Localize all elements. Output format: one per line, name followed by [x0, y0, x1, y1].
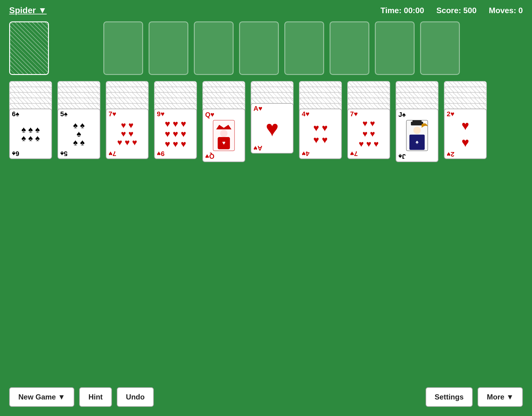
foundation-8[interactable]: [420, 21, 460, 75]
stats-area: Time: 00:00 Score: 500 Moves: 0: [381, 6, 523, 15]
card-7-hearts-2[interactable]: 7♥ ♥ ♥♥ ♥♥ ♥ ♥ 7♥: [347, 109, 390, 159]
game-title[interactable]: Spider ▼: [9, 6, 47, 15]
column-9: 2♥ ♥♥ 2♥: [444, 81, 487, 159]
column-5: A♥ ♥ A♥: [251, 81, 294, 154]
time-display: Time: 00:00: [381, 6, 424, 15]
footer-left: New Game ▼ Hint Undo: [9, 387, 154, 407]
column-8: J♠ ♠: [396, 81, 438, 162]
svg-text:♠: ♠: [416, 139, 419, 145]
foundation-6[interactable]: [330, 21, 369, 75]
card-2-hearts[interactable]: 2♥ ♥♥ 2♥: [444, 109, 487, 159]
card-jack-spades[interactable]: J♠ ♠: [396, 109, 438, 162]
stock-pile[interactable]: [9, 21, 49, 75]
card-5-spades[interactable]: 5♠ ♠ ♠♠♠ ♠ 5♠: [57, 109, 100, 159]
foundation-5[interactable]: [284, 21, 324, 75]
undo-button[interactable]: Undo: [117, 387, 154, 407]
svg-text:♥: ♥: [222, 140, 226, 146]
moves-display: Moves: 0: [489, 6, 523, 15]
column-7: 7♥ ♥ ♥♥ ♥♥ ♥ ♥ 7♥: [347, 81, 390, 159]
card-7-hearts[interactable]: 7♥ ♥ ♥♥ ♥♥ ♥ ♥ 7♥: [106, 109, 149, 159]
score-display: Score: 500: [436, 6, 477, 15]
card-6-spades[interactable]: 6♠ ♠ ♠ ♠♠ ♠ ♠ 6♠: [9, 109, 52, 159]
foundation-7[interactable]: [375, 21, 415, 75]
card-ace-hearts[interactable]: A♥ ♥ A♥: [251, 103, 294, 154]
foundation-2[interactable]: [149, 21, 188, 75]
svg-point-2: [220, 130, 227, 137]
column-4: Q♥ ♥ Q♥: [202, 81, 245, 162]
foundations-area: [103, 21, 460, 75]
card-4-hearts[interactable]: 4♥ ♥ ♥♥ ♥ 4♥: [299, 109, 342, 159]
hint-button[interactable]: Hint: [79, 387, 112, 407]
foundation-1[interactable]: [103, 21, 143, 75]
svg-point-8: [413, 127, 421, 134]
column-0: 6♠ ♠ ♠ ♠♠ ♠ ♠ 6♠: [9, 81, 52, 159]
top-row: [9, 21, 523, 75]
settings-button[interactable]: Settings: [426, 387, 473, 407]
column-6: 4♥ ♥ ♥♥ ♥ 4♥: [299, 81, 342, 159]
svg-rect-7: [412, 120, 422, 123]
column-1: 5♠ ♠ ♠♠♠ ♠ 5♠: [57, 81, 100, 159]
footer-right: Settings More ▼: [426, 387, 523, 407]
card-queen-hearts[interactable]: Q♥ ♥ Q♥: [202, 109, 245, 162]
footer: New Game ▼ Hint Undo Settings More ▼: [0, 387, 532, 407]
tableau: 6♠ ♠ ♠ ♠♠ ♠ ♠ 6♠ 5♠ ♠ ♠♠♠ ♠ 5♠: [9, 81, 523, 162]
foundation-3[interactable]: [194, 21, 234, 75]
more-button[interactable]: More ▼: [478, 387, 523, 407]
card-9-hearts[interactable]: 9♥ ♥ ♥ ♥♥ ♥ ♥♥ ♥ ♥ 9♥: [154, 109, 197, 159]
foundation-4[interactable]: [239, 21, 279, 75]
column-3: 9♥ ♥ ♥ ♥♥ ♥ ♥♥ ♥ ♥ 9♥: [154, 81, 197, 159]
column-2: 7♥ ♥ ♥♥ ♥♥ ♥ ♥ 7♥: [106, 81, 149, 159]
new-game-button[interactable]: New Game ▼: [9, 387, 74, 407]
